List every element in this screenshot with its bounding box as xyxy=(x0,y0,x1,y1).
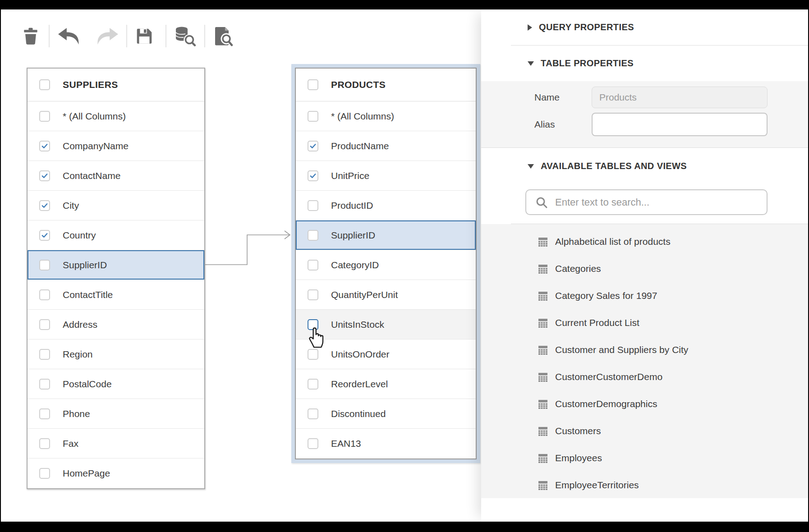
column-row-all-columns[interactable]: * (All Columns) xyxy=(28,101,204,131)
toolbar-separator xyxy=(126,25,127,47)
table-grid-icon xyxy=(538,453,548,463)
table-list-item-employeeterritories[interactable]: EmployeeTerritories xyxy=(481,472,808,498)
column-label: Discontinued xyxy=(331,408,386,419)
column-checkbox[interactable] xyxy=(39,379,50,390)
section-query-properties[interactable]: QUERY PROPERTIES xyxy=(481,9,808,45)
table-card-products[interactable]: PRODUCTS * (All Columns)ProductNameUnitP… xyxy=(295,68,477,459)
column-label: SupplierID xyxy=(331,230,375,241)
table-grid-icon xyxy=(538,399,548,409)
expand-arrow-icon xyxy=(528,61,534,66)
column-checkbox[interactable] xyxy=(39,170,50,181)
column-row-all-columns[interactable]: * (All Columns) xyxy=(296,101,476,131)
column-row-productid[interactable]: ProductID xyxy=(296,191,476,220)
table-list-item-employees[interactable]: Employees xyxy=(481,445,808,472)
column-row-contactname[interactable]: ContactName xyxy=(28,161,204,191)
table-list-item-customercustomerdemo[interactable]: CustomerCustomerDemo xyxy=(481,363,808,390)
table-list-item-customers[interactable]: Customers xyxy=(481,417,808,445)
column-checkbox[interactable] xyxy=(39,230,50,241)
table-select-all-checkbox[interactable] xyxy=(308,79,318,90)
alias-field-label: Alias xyxy=(534,119,555,130)
table-card-suppliers[interactable]: SUPPLIERS * (All Columns)CompanyNameCont… xyxy=(27,68,205,489)
column-checkbox[interactable] xyxy=(39,289,50,300)
column-checkbox[interactable] xyxy=(308,319,318,330)
undo-button[interactable] xyxy=(55,26,83,47)
table-list-item-current-product-list[interactable]: Current Product List xyxy=(481,309,808,336)
column-checkbox[interactable] xyxy=(308,408,318,419)
column-label: EAN13 xyxy=(331,438,361,449)
delete-button[interactable] xyxy=(19,26,42,47)
column-row-unitsinstock[interactable]: UnitsInStock xyxy=(296,310,476,339)
column-row-contacttitle[interactable]: ContactTitle xyxy=(28,280,204,310)
table-select-all-checkbox[interactable] xyxy=(39,79,50,90)
column-row-phone[interactable]: Phone xyxy=(28,399,204,429)
column-checkbox[interactable] xyxy=(39,438,50,449)
column-checkbox[interactable] xyxy=(39,408,50,419)
table-list-item-customer-and-suppliers-by-city[interactable]: Customer and Suppliers by City xyxy=(481,336,808,363)
column-checkbox[interactable] xyxy=(39,468,50,479)
column-row-supplierid[interactable]: SupplierID xyxy=(28,250,204,280)
table-list-item-label: Category Sales for 1997 xyxy=(555,290,657,301)
column-label: PostalCode xyxy=(63,379,112,390)
column-row-categoryid[interactable]: CategoryID xyxy=(296,250,476,280)
column-checkbox[interactable] xyxy=(308,170,318,181)
column-checkbox[interactable] xyxy=(308,260,318,271)
column-checkbox[interactable] xyxy=(39,319,50,330)
column-label: Phone xyxy=(63,408,90,419)
section-table-properties[interactable]: TABLE PROPERTIES xyxy=(481,46,808,81)
toolbar xyxy=(1,9,452,59)
column-row-supplierid[interactable]: SupplierID xyxy=(296,220,476,250)
table-grid-icon xyxy=(538,344,548,355)
tables-search-input[interactable] xyxy=(555,197,735,208)
table-alias-input[interactable] xyxy=(592,113,768,136)
column-checkbox[interactable] xyxy=(39,349,50,360)
column-label: * (All Columns) xyxy=(331,111,394,122)
column-label: Fax xyxy=(63,438,78,449)
column-label: CompanyName xyxy=(63,141,129,151)
column-checkbox[interactable] xyxy=(308,230,318,241)
column-row-address[interactable]: Address xyxy=(28,310,204,339)
column-row-fax[interactable]: Fax xyxy=(28,429,204,459)
table-list-item-customerdemographics[interactable]: CustomerDemographics xyxy=(481,390,808,417)
column-row-unitprice[interactable]: UnitPrice xyxy=(296,161,476,191)
column-checkbox[interactable] xyxy=(308,141,318,151)
preview-results-button[interactable] xyxy=(172,26,198,47)
table-grid-icon xyxy=(538,263,548,274)
column-row-postalcode[interactable]: PostalCode xyxy=(28,369,204,399)
save-button[interactable] xyxy=(133,26,156,47)
column-checkbox[interactable] xyxy=(39,260,50,271)
column-row-unitsonorder[interactable]: UnitsOnOrder xyxy=(296,339,476,369)
column-row-city[interactable]: City xyxy=(28,191,204,220)
column-checkbox[interactable] xyxy=(39,111,50,122)
column-row-country[interactable]: Country xyxy=(28,220,204,250)
column-checkbox[interactable] xyxy=(308,379,318,390)
section-available-tables[interactable]: AVAILABLE TABLES AND VIEWS xyxy=(481,148,808,184)
table-list-item-alphabetical-list-of-products[interactable]: Alphabetical list of products xyxy=(481,228,808,255)
column-row-productname[interactable]: ProductName xyxy=(296,131,476,161)
redo-button[interactable] xyxy=(94,26,121,47)
preview-sql-button[interactable] xyxy=(210,26,234,47)
column-row-companyname[interactable]: CompanyName xyxy=(28,131,204,161)
table-list-item-label: Customer and Suppliers by City xyxy=(555,344,688,355)
table-list-item-category-sales-for-1997[interactable]: Category Sales for 1997 xyxy=(481,282,808,309)
column-checkbox[interactable] xyxy=(308,200,318,211)
column-checkbox[interactable] xyxy=(308,438,318,449)
table-list-item-categories[interactable]: Categories xyxy=(481,255,808,282)
table-header: SUPPLIERS xyxy=(28,69,204,101)
column-row-region[interactable]: Region xyxy=(28,339,204,369)
table-title: SUPPLIERS xyxy=(63,79,118,90)
column-checkbox[interactable] xyxy=(308,111,318,122)
column-label: HomePage xyxy=(63,468,110,479)
column-checkbox[interactable] xyxy=(308,289,318,300)
column-row-reorderlevel[interactable]: ReorderLevel xyxy=(296,369,476,399)
table-name-input[interactable] xyxy=(592,87,768,108)
column-row-quantityperunit[interactable]: QuantityPerUnit xyxy=(296,280,476,310)
expand-arrow-icon xyxy=(528,164,534,169)
column-label: UnitsOnOrder xyxy=(331,349,390,360)
column-checkbox[interactable] xyxy=(39,200,50,211)
column-row-homepage[interactable]: HomePage xyxy=(28,459,204,488)
column-row-ean13[interactable]: EAN13 xyxy=(296,429,476,459)
column-row-discontinued[interactable]: Discontinued xyxy=(296,399,476,429)
table-properties-form: Name Alias xyxy=(481,81,808,148)
column-checkbox[interactable] xyxy=(308,349,318,360)
column-checkbox[interactable] xyxy=(39,141,50,151)
